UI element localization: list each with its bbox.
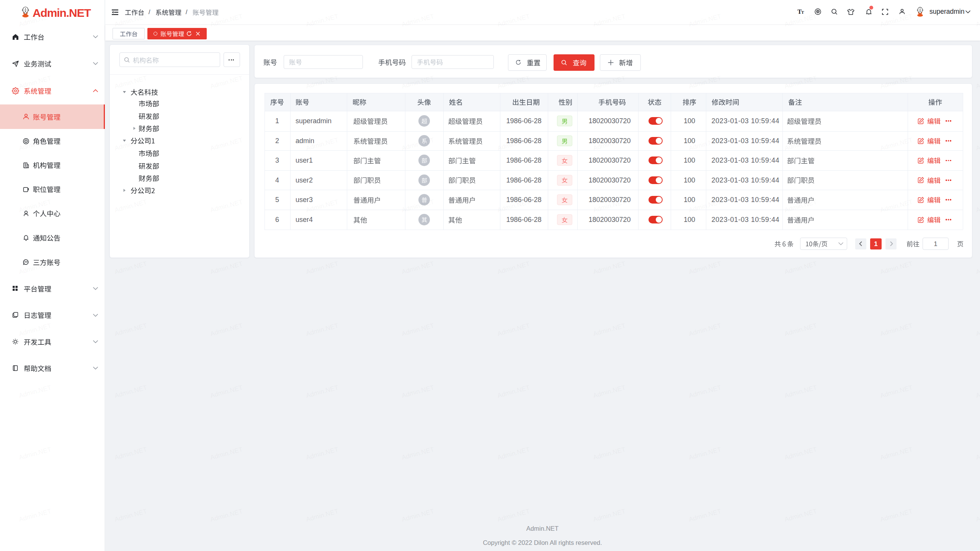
svg-text:Admin.NET: Admin.NET (209, 260, 243, 276)
svg-text:Admin.NET: Admin.NET (209, 384, 243, 399)
svg-text:Admin.NET: Admin.NET (497, 507, 531, 523)
svg-text:Admin.NET: Admin.NET (879, 322, 913, 337)
svg-text:Admin.NET: Admin.NET (497, 384, 531, 399)
svg-text:Admin.NET: Admin.NET (305, 322, 339, 337)
svg-text:Admin.NET: Admin.NET (784, 446, 818, 461)
svg-text:Admin.NET: Admin.NET (114, 322, 148, 337)
svg-text:Admin.NET: Admin.NET (975, 384, 980, 399)
svg-text:Admin.NET: Admin.NET (592, 446, 626, 461)
svg-text:Admin.NET: Admin.NET (305, 507, 339, 523)
svg-text:Admin.NET: Admin.NET (688, 322, 722, 337)
svg-text:Admin.NET: Admin.NET (497, 260, 531, 276)
svg-text:Admin.NET: Admin.NET (879, 384, 913, 399)
svg-text:Admin.NET: Admin.NET (975, 507, 980, 523)
svg-text:Admin.NET: Admin.NET (305, 260, 339, 276)
svg-text:Admin.NET: Admin.NET (784, 507, 818, 523)
svg-text:Admin.NET: Admin.NET (209, 507, 243, 523)
svg-text:Admin.NET: Admin.NET (975, 322, 980, 337)
svg-text:Admin.NET: Admin.NET (305, 446, 339, 461)
svg-text:Admin.NET: Admin.NET (114, 260, 148, 276)
svg-text:Admin.NET: Admin.NET (209, 322, 243, 337)
svg-text:Admin.NET: Admin.NET (975, 75, 980, 90)
svg-text:Admin.NET: Admin.NET (975, 136, 980, 152)
svg-text:Admin.NET: Admin.NET (592, 507, 626, 523)
svg-text:Admin.NET: Admin.NET (209, 446, 243, 461)
svg-text:T: T (801, 10, 804, 15)
svg-text:Admin.NET: Admin.NET (114, 507, 148, 523)
svg-text:Admin.NET: Admin.NET (401, 446, 435, 461)
svg-text:Admin.NET: Admin.NET (688, 446, 722, 461)
svg-text:Admin.NET: Admin.NET (114, 446, 148, 461)
svg-text:Admin.NET: Admin.NET (688, 507, 722, 523)
svg-text:Admin.NET: Admin.NET (784, 322, 818, 337)
svg-text:Admin.NET: Admin.NET (401, 322, 435, 337)
svg-text:Admin.NET: Admin.NET (879, 446, 913, 461)
svg-text:Admin.NET: Admin.NET (114, 384, 148, 399)
svg-text:Admin.NET: Admin.NET (401, 260, 435, 276)
svg-text:Admin.NET: Admin.NET (879, 507, 913, 523)
svg-text:Admin.NET: Admin.NET (401, 507, 435, 523)
svg-text:Admin.NET: Admin.NET (975, 446, 980, 461)
svg-text:Admin.NET: Admin.NET (305, 384, 339, 399)
svg-text:Admin.NET: Admin.NET (879, 260, 913, 276)
svg-text:Admin.NET: Admin.NET (975, 260, 980, 276)
svg-text:Admin.NET: Admin.NET (784, 260, 818, 276)
svg-text:Admin.NET: Admin.NET (401, 384, 435, 399)
svg-text:Admin.NET: Admin.NET (497, 446, 531, 461)
svg-text:Admin.NET: Admin.NET (592, 322, 626, 337)
svg-text:Admin.NET: Admin.NET (592, 384, 626, 399)
svg-text:Admin.NET: Admin.NET (975, 198, 980, 214)
svg-text:Admin.NET: Admin.NET (688, 384, 722, 399)
svg-text:Admin.NET: Admin.NET (497, 322, 531, 337)
svg-text:Admin.NET: Admin.NET (688, 260, 722, 276)
svg-text:Admin.NET: Admin.NET (784, 384, 818, 399)
svg-text:Admin.NET: Admin.NET (592, 260, 626, 276)
